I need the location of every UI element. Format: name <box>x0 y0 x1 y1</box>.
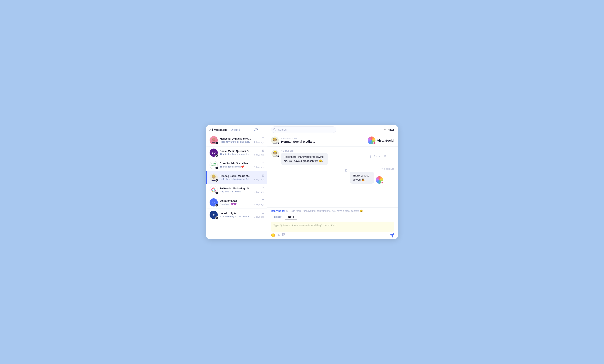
message-item[interactable]: TA tanyaramavtar Great one 💜💜 5 days ago <box>206 196 267 209</box>
refresh-button[interactable] <box>254 128 258 132</box>
svg-point-53 <box>283 234 283 234</box>
svg-point-1 <box>262 130 262 130</box>
messages-area: ✉ 5 days ago Hello there, thankyou for f… <box>267 147 398 207</box>
message-item[interactable]: Mellesia | Digital Marketer,... I look f… <box>206 134 267 147</box>
incoming-bubble-wrap: ✉ 5 days ago Hello there, thankyou for f… <box>281 150 366 165</box>
list-message-time: 5 days ago <box>254 203 264 206</box>
list-message-content: TAGsocial Marketing | Soc... Hey love! Y… <box>220 187 252 193</box>
list-avatar-wrap <box>210 186 218 194</box>
reply-tab-note[interactable]: Note <box>285 214 297 220</box>
conversation-info: Conversation with Henna | Social Media .… <box>281 138 365 143</box>
outgoing-msg-actions: ⋮ <box>344 168 348 177</box>
svg-point-40 <box>274 138 276 141</box>
outgoing-row-inner: ⋮ ✉ 4 days ago Thank you, so do you 🙇 <box>344 168 394 184</box>
list-message-meta: 5 days ago <box>254 199 264 206</box>
list-message-name: Mellesia | Digital Marketer,... <box>220 137 252 140</box>
list-message-time: 5 days ago <box>254 166 264 168</box>
message-item[interactable]: CORESOCIAL Core Social - Social Medi... … <box>206 159 267 171</box>
svg-point-12 <box>216 167 217 168</box>
reply-action-btn[interactable] <box>373 154 377 159</box>
list-message-time: 6 days ago <box>254 216 264 218</box>
incoming-message-text: Hello there, thankyou for following me. … <box>284 155 324 163</box>
more-outgoing-btn[interactable]: ⋮ <box>344 174 348 177</box>
emoji-button[interactable]: 😊 <box>271 233 275 238</box>
list-msg-type-icon <box>262 137 264 140</box>
list-avatar-wrap <box>210 211 218 219</box>
search-input[interactable] <box>271 126 336 133</box>
msg-avatar-wrap <box>271 150 279 157</box>
reply-tabs: Reply Note <box>271 214 394 220</box>
vista-avatar-instagram-badge <box>373 142 376 144</box>
svg-line-33 <box>275 130 275 130</box>
list-message-name: Core Social - Social Medi... <box>220 162 252 165</box>
more-action-btn[interactable]: ⋮ <box>368 154 372 159</box>
message-item[interactable]: Henna | Social Media Mar... Hello there,… <box>206 171 267 184</box>
list-message-meta: 5 days ago <box>254 162 264 168</box>
message-item[interactable]: peredoxdigital Nice!! Getting on the tri… <box>206 209 267 221</box>
list-message-meta: 6 days ago <box>254 212 264 218</box>
tab-unread[interactable]: Unread <box>231 128 240 131</box>
reply-tab-reply[interactable]: Reply <box>271 214 285 220</box>
mail-icon-outgoing: ✉ <box>382 168 384 170</box>
svg-rect-49 <box>381 182 383 183</box>
hashtag-button[interactable]: # <box>278 233 279 237</box>
edit-outgoing-btn[interactable] <box>344 169 348 173</box>
list-message-name: Social Media Queens/ Cre... <box>220 150 252 153</box>
list-msg-type-icon <box>262 212 264 215</box>
list-msg-type-icon <box>262 162 264 165</box>
svg-point-51 <box>382 182 382 182</box>
list-message-content: Henna | Social Media Mar... Hello there,… <box>220 175 252 180</box>
svg-point-31 <box>216 217 217 218</box>
svg-point-27 <box>216 205 217 205</box>
list-msg-type-icon <box>262 149 264 153</box>
mail-icon-incoming: ✉ <box>281 150 283 152</box>
note-placeholder: Type @ to mention a teammate and they'll… <box>273 224 337 227</box>
left-panel: All Messages Unread Mellesia | D <box>206 125 267 239</box>
list-avatar-badge <box>215 166 218 169</box>
list-msg-type-icon <box>262 187 264 190</box>
list-message-preview: Nice!! Getting on the trial this ... <box>220 215 252 218</box>
list-message-name: Henna | Social Media Mar... <box>220 175 252 177</box>
list-message-content: tanyaramavtar Great one 💜💜 <box>220 199 252 205</box>
conversation-name: Henna | Social Media ... <box>281 140 315 143</box>
filter-label: Filter <box>388 128 394 131</box>
more-options-button[interactable] <box>260 128 264 132</box>
list-message-name: peredoxdigital <box>220 212 252 215</box>
vista-avatar-wrap <box>368 137 376 144</box>
outgoing-bubble-wrap: ✉ 4 days ago Thank you, so do you 🙇 <box>350 168 394 184</box>
tab-all-messages[interactable]: All Messages <box>209 128 227 131</box>
image-button[interactable] <box>282 233 286 238</box>
send-button[interactable] <box>390 233 394 238</box>
conversation-header: Conversation with Henna | Social Media .… <box>267 135 398 147</box>
list-message-meta: 4 days ago <box>254 149 264 156</box>
message-item[interactable]: TAGsocial Marketing | Soc... Hey love! Y… <box>206 184 267 196</box>
side-indicator <box>207 196 207 209</box>
list-message-content: peredoxdigital Nice!! Getting on the tri… <box>220 212 252 218</box>
search-icon <box>273 128 276 131</box>
vista-social-badge: Vista Social <box>368 137 394 144</box>
list-avatar-wrap <box>210 136 218 144</box>
list-message-content: Mellesia | Digital Marketer,... I look f… <box>220 137 252 143</box>
right-panel: Filter <box>267 125 398 239</box>
list-message-preview: I look forward to seeing these t... <box>220 141 252 143</box>
svg-point-47 <box>274 151 276 154</box>
reply-toolbar: 😊 # <box>271 232 394 238</box>
message-row-outgoing: ⋮ ✉ 4 days ago Thank you, so do you 🙇 <box>271 168 394 184</box>
pin-action-btn[interactable] <box>383 154 387 159</box>
list-avatar-badge <box>215 216 218 219</box>
check-action-btn[interactable] <box>378 154 382 159</box>
note-input-area[interactable]: Type @ to mention a teammate and they'll… <box>271 222 394 232</box>
msg-sender-badge <box>276 154 279 157</box>
left-header: All Messages Unread <box>206 125 267 134</box>
filter-button[interactable]: Filter <box>383 128 394 131</box>
svg-point-2 <box>262 131 262 131</box>
app-container: All Messages Unread Mellesia | D <box>206 125 398 239</box>
conversation-avatar-badge <box>276 142 279 144</box>
list-avatar-badge <box>215 154 218 157</box>
list-message-preview: Hello there, thankyou for follo... <box>220 178 252 180</box>
conversation-avatar-wrap <box>271 137 279 144</box>
list-message-content: Core Social - Social Medi... Thanks for … <box>220 162 252 168</box>
message-item[interactable]: SQ Social Media Queens/ Cre... Thanks fo… <box>206 147 267 159</box>
list-msg-type-icon <box>262 199 264 202</box>
outgoing-message-text: Thank you, so do you 🙇 <box>352 174 369 181</box>
